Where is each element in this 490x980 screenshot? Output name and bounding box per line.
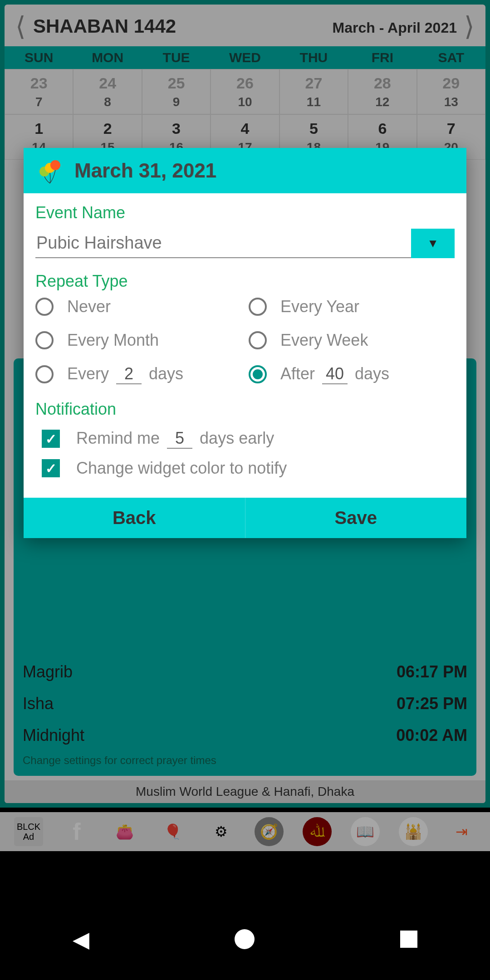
radio-icon bbox=[249, 331, 267, 349]
android-nav-bar: ◀ bbox=[0, 898, 490, 980]
radio-icon bbox=[249, 365, 267, 383]
repeat-after-n-days-radio[interactable]: After 40 days bbox=[249, 364, 455, 384]
nav-home-icon[interactable] bbox=[235, 929, 255, 949]
remind-me-checkbox[interactable]: ✓ Remind me 5 days early bbox=[42, 429, 448, 449]
balloons-icon bbox=[36, 157, 64, 184]
radio-icon bbox=[249, 298, 267, 316]
repeat-type-label: Repeat Type bbox=[35, 272, 455, 291]
svg-point-2 bbox=[50, 160, 60, 170]
repeat-every-year-radio[interactable]: Every Year bbox=[249, 297, 455, 316]
every-n-days-input[interactable]: 2 bbox=[116, 364, 142, 384]
radio-icon bbox=[35, 365, 54, 383]
event-dropdown-button[interactable]: ▼ bbox=[411, 229, 455, 258]
event-name-label: Event Name bbox=[35, 203, 455, 222]
repeat-every-n-days-radio[interactable]: Every 2 days bbox=[35, 364, 241, 384]
event-dialog: March 31, 2021 Event Name ▼ Repeat Type … bbox=[24, 148, 466, 538]
event-name-input[interactable] bbox=[35, 229, 411, 258]
back-button[interactable]: Back bbox=[24, 498, 245, 538]
after-n-days-input[interactable]: 40 bbox=[322, 364, 348, 384]
repeat-every-week-radio[interactable]: Every Week bbox=[249, 331, 455, 350]
nav-recents-icon[interactable] bbox=[400, 931, 417, 948]
checkbox-icon: ✓ bbox=[42, 430, 60, 448]
checkbox-icon: ✓ bbox=[42, 459, 60, 477]
radio-icon bbox=[35, 298, 54, 316]
nav-back-icon[interactable]: ◀ bbox=[73, 926, 89, 952]
notification-label: Notification bbox=[35, 400, 455, 419]
repeat-never-radio[interactable]: Never bbox=[35, 297, 241, 316]
radio-icon bbox=[35, 331, 54, 349]
save-button[interactable]: Save bbox=[245, 498, 467, 538]
widget-color-checkbox[interactable]: ✓ Change widget color to notify bbox=[42, 459, 448, 478]
remind-days-input[interactable]: 5 bbox=[167, 429, 192, 449]
dialog-title: March 31, 2021 bbox=[74, 159, 216, 182]
repeat-every-month-radio[interactable]: Every Month bbox=[35, 331, 241, 350]
